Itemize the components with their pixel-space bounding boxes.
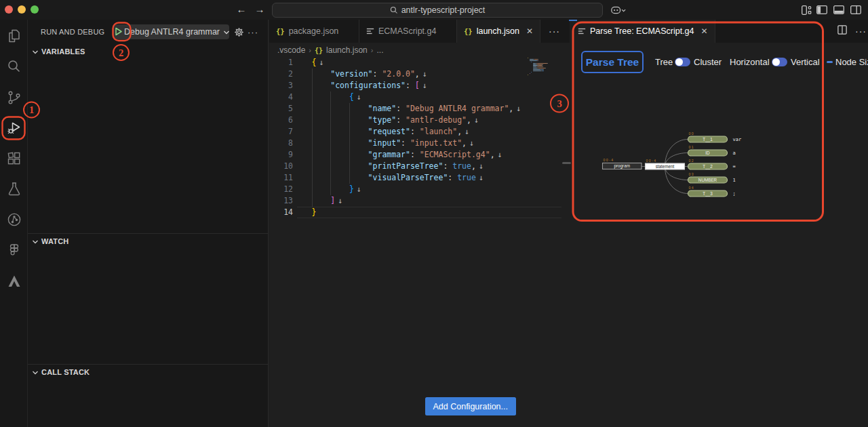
code-line-14: 14} — [269, 207, 570, 218]
breadcrumb-file[interactable]: launch.json — [326, 45, 368, 55]
activity-bar-item-explorer[interactable] — [0, 22, 28, 49]
activity-bar-item-search[interactable] — [0, 53, 28, 80]
toggle-primary-sidebar-button[interactable] — [814, 3, 829, 17]
code-line-4: 4{↓ — [269, 92, 570, 103]
close-tab-icon[interactable]: ✕ — [526, 26, 533, 36]
navigate-back-button[interactable]: ← — [234, 2, 249, 17]
toggle-vertical-label: Vertical — [791, 57, 820, 67]
close-tab-icon[interactable]: ✕ — [701, 26, 708, 36]
line-number: 11 — [269, 172, 293, 184]
newline-whitespace-glyph: ↓ — [420, 81, 427, 90]
launch-configuration-label: Debug ANTLR4 grammar — [124, 27, 220, 37]
line-number: 5 — [269, 103, 293, 115]
copilot-button[interactable] — [611, 3, 626, 17]
newline-whitespace-glyph: ↓ — [335, 196, 342, 205]
editor-group-toolbar: ··· — [837, 20, 867, 43]
close-window-button[interactable] — [5, 5, 13, 14]
code-text: "input": "input.txt",↓ — [312, 138, 474, 149]
toggle-knob — [675, 58, 683, 66]
minimap-line-mark — [528, 75, 528, 75]
tab-ECMAScript-g4[interactable]: ECMAScript.g4 — [359, 20, 457, 43]
minimap-line-mark — [530, 59, 534, 60]
code-line-8: 8"input": "input.txt",↓ — [269, 138, 570, 149]
line-number: 14 — [269, 207, 293, 218]
more-actions-button[interactable]: ··· — [855, 26, 867, 37]
activity-bar-item-run-and-debug[interactable] — [0, 115, 28, 142]
breadcrumb-folder[interactable]: .vscode — [277, 45, 305, 55]
zoom-window-button[interactable] — [31, 5, 39, 14]
editor-tabs-more-button[interactable]: ··· — [549, 20, 560, 43]
minimap-line-mark — [542, 70, 544, 71]
command-center-text: antlr-typescript-project — [401, 5, 486, 15]
source-control-graph-icon — [6, 211, 22, 228]
debug-views-more-actions-button[interactable]: ··· — [245, 24, 260, 39]
newline-whitespace-glyph: ↓ — [467, 138, 474, 148]
activity-bar-item-extensions[interactable] — [0, 145, 28, 172]
title-bar: ← → antlr-typescript-project — [0, 0, 868, 20]
breadcrumb-separator-icon: › — [309, 46, 311, 54]
activity-bar-item-antlr[interactable] — [0, 268, 28, 295]
tree-cluster-toggle[interactable] — [675, 58, 690, 66]
code-line-3: 3"configurations": [↓ — [269, 80, 570, 92]
activity-bar-item-testing[interactable] — [0, 176, 28, 203]
tab-launch-json[interactable]: {}launch.json✕ — [457, 20, 540, 43]
toggle-secondary-sidebar-button[interactable] — [848, 3, 863, 17]
code-text: "version": "2.0.0",↓ — [312, 68, 427, 80]
section-header-call-stack[interactable]: CALL STACK — [28, 365, 269, 380]
chevron-down-icon — [32, 366, 39, 378]
section-header-variables[interactable]: VARIABLES — [28, 44, 269, 59]
toggle-panel-button[interactable] — [831, 3, 846, 17]
line-number: 3 — [269, 80, 293, 92]
editor-group-left: {}package.jsonECMAScript.g4{}launch.json… — [269, 20, 570, 427]
code-text: "printParseTree": true,↓ — [312, 161, 484, 172]
split-editor-button[interactable] — [837, 25, 847, 37]
code-line-2: 2"version": "2.0.0",↓ — [269, 68, 570, 80]
code-text: "name": "Debug ANTLR4 grammar",↓ — [312, 103, 521, 115]
activity-bar-item-source-control-graph[interactable] — [0, 206, 28, 233]
line-number: 13 — [269, 195, 293, 207]
start-debugging-button[interactable] — [113, 26, 123, 37]
navigate-forward-button[interactable]: → — [252, 2, 267, 17]
search-icon — [6, 58, 22, 75]
tab-package-json[interactable]: {}package.json — [269, 20, 359, 43]
json-file-icon: {} — [464, 27, 473, 35]
code-text: } — [312, 207, 317, 218]
command-center-search[interactable]: antlr-typescript-project — [272, 3, 603, 18]
line-number: 4 — [269, 92, 293, 103]
code-line-13: 13]↓ — [269, 195, 570, 207]
code-line-10: 10"printParseTree": true,↓ — [269, 161, 570, 172]
section-label: WATCH — [41, 237, 69, 245]
section-header-watch[interactable]: WATCH — [28, 234, 269, 249]
tab-parse-tree[interactable]: Parse Tree: ECMAScript.g4 ✕ — [571, 20, 715, 43]
section-label: VARIABLES — [41, 47, 85, 56]
breadcrumb[interactable]: .vscode › {} launch.json › ... — [277, 43, 383, 58]
debug-settings-gear-button[interactable] — [231, 24, 246, 39]
parse-tree-tabs-bar: Parse Tree: ECMAScript.g4 ✕ — [571, 20, 868, 43]
code-line-6: 6"type": "antlr-debug",↓ — [269, 115, 570, 126]
parse-tree-file-icon — [578, 27, 586, 35]
activity-bar-item-figma[interactable] — [0, 237, 28, 264]
activity-bar-item-source-control[interactable] — [0, 84, 28, 111]
add-configuration-button[interactable]: Add Configuration... — [425, 397, 517, 415]
code-line-9: 9"grammar": "ECMAScript.g4",↓ — [269, 149, 570, 161]
horizontal-vertical-toggle[interactable] — [772, 58, 787, 66]
customize-layout-button[interactable] — [799, 3, 814, 17]
section-label: CALL STACK — [41, 368, 90, 376]
code-editor[interactable]: 1{↓2"version": "2.0.0",↓3"configurations… — [269, 57, 570, 427]
editor-group-right: Parse Tree: ECMAScript.g4 ✕ ··· Parse Tr… — [571, 20, 868, 427]
search-icon — [390, 6, 398, 14]
toggle-horizontal-label: Horizontal — [730, 57, 770, 67]
minimize-window-button[interactable] — [18, 5, 26, 14]
grammar-file-icon — [366, 27, 374, 35]
minimap-line-mark — [530, 73, 530, 74]
code-line-5: 5"name": "Debug ANTLR4 grammar",↓ — [269, 103, 570, 115]
launch-configuration-dropdown[interactable]: Debug ANTLR4 grammar — [113, 24, 229, 39]
tab-label: ECMAScript.g4 — [378, 26, 436, 36]
breadcrumb-tail[interactable]: ... — [376, 45, 383, 55]
code-line-1: 1{↓ — [269, 57, 570, 68]
code-text: "request": "launch",↓ — [312, 126, 470, 138]
editor-group-focus-mark — [569, 20, 577, 22]
sash-handle[interactable] — [562, 162, 571, 164]
chevron-down-icon — [32, 235, 39, 247]
node-size-slider-handle[interactable] — [827, 61, 833, 63]
